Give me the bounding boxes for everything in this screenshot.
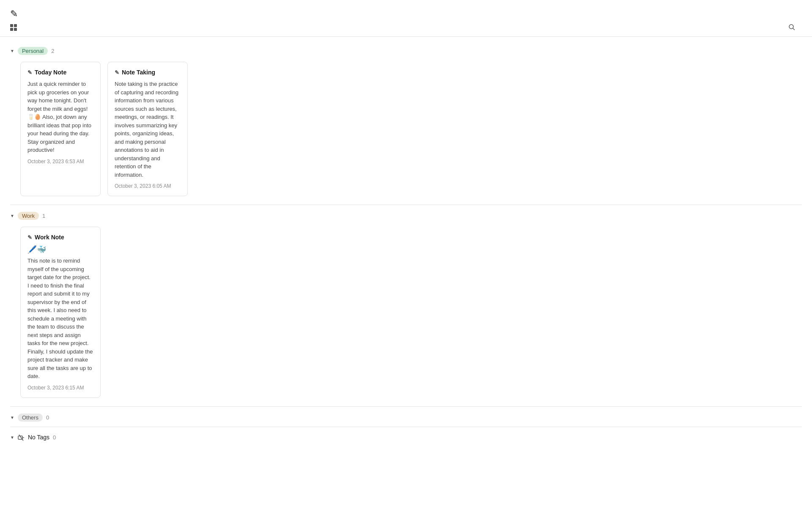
tag-badge-others: Others	[18, 414, 43, 422]
note-card-title: ✎ Note Taking	[115, 69, 181, 76]
breadcrumb	[10, 24, 20, 32]
cards-row-work: ✎ Work Note 🖊️🐳 This note is to remind m…	[10, 223, 802, 405]
tag-badge-personal: Personal	[18, 47, 48, 55]
note-title-text: Work Note	[35, 234, 64, 241]
section-header-work[interactable]: ▼ Work 1	[10, 208, 802, 223]
note-title-text: Note Taking	[122, 69, 155, 76]
breadcrumb-bar	[0, 24, 812, 37]
note-body: Note taking is the practice of capturing…	[115, 80, 181, 179]
svg-line-5	[793, 28, 795, 30]
divider-others	[10, 427, 802, 427]
svg-rect-1	[14, 24, 17, 27]
section-personal: ▼ Personal 2 ✎ Today Note Just a quick r…	[10, 44, 802, 205]
note-edit-icon: ✎	[115, 69, 119, 76]
content-area: ▼ Personal 2 ✎ Today Note Just a quick r…	[0, 37, 812, 455]
svg-rect-2	[10, 28, 13, 31]
note-edit-icon: ✎	[27, 69, 32, 76]
section-count-others: 0	[46, 414, 49, 421]
section-no-tags: ▼ No Tags 0	[10, 430, 802, 444]
divider-personal	[10, 205, 802, 205]
note-date: October 3, 2023 6:15 AM	[27, 385, 93, 391]
toolbar	[775, 24, 802, 32]
note-card-title: ✎ Work Note	[27, 234, 93, 241]
tag-badge-work: Work	[18, 212, 39, 220]
note-card-personal-0[interactable]: ✎ Today Note Just a quick reminder to pi…	[20, 62, 101, 196]
grid-icon	[10, 24, 17, 32]
note-edit-icon: ✎	[27, 234, 32, 241]
section-header-personal[interactable]: ▼ Personal 2	[10, 44, 802, 58]
section-header-no-tags[interactable]: ▼ No Tags 0	[10, 430, 802, 444]
note-card-work-0[interactable]: ✎ Work Note 🖊️🐳 This note is to remind m…	[20, 227, 101, 398]
cards-row-personal: ✎ Today Note Just a quick reminder to pi…	[10, 58, 802, 203]
section-others: ▼ Others 0	[10, 410, 802, 427]
note-title-text: Today Note	[35, 69, 66, 76]
note-card-title: ✎ Today Note	[27, 69, 93, 76]
note-emoji: 🖊️🐳	[27, 245, 93, 254]
no-tag-icon	[18, 434, 25, 441]
note-body: Just a quick reminder to pick up groceri…	[27, 80, 93, 154]
section-count-work: 1	[42, 213, 45, 219]
svg-rect-0	[10, 24, 13, 27]
search-icon[interactable]	[788, 24, 795, 32]
edit-icon: ✎	[10, 8, 18, 19]
chevron-personal: ▼	[10, 49, 14, 53]
note-date: October 3, 2023 6:53 AM	[27, 159, 93, 164]
no-tags-label: No Tags	[28, 434, 49, 441]
svg-rect-3	[14, 28, 17, 31]
section-work: ▼ Work 1 ✎ Work Note 🖊️🐳 This note is to…	[10, 208, 802, 407]
chevron-others: ▼	[10, 415, 14, 420]
section-header-others[interactable]: ▼ Others 0	[10, 410, 802, 425]
note-date: October 3, 2023 6:05 AM	[115, 183, 181, 189]
page-header: ✎	[0, 0, 812, 24]
chevron-work: ▼	[10, 214, 14, 218]
note-body: This note is to remind myself of the upc…	[27, 257, 93, 381]
no-tags-count: 0	[53, 434, 56, 441]
chevron-no-tags: ▼	[10, 435, 14, 440]
section-count-personal: 2	[51, 48, 54, 54]
note-card-personal-1[interactable]: ✎ Note Taking Note taking is the practic…	[107, 62, 188, 196]
divider-work	[10, 406, 802, 407]
